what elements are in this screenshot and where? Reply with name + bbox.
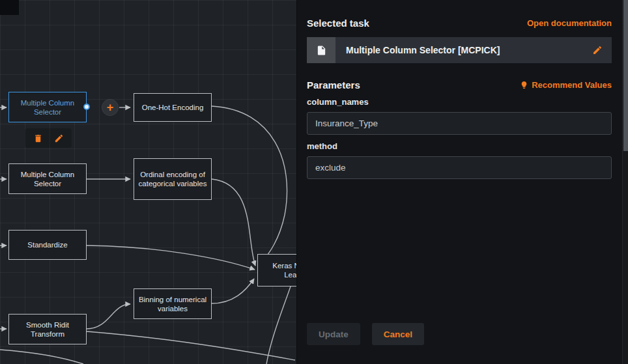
node-one-hot-encoding[interactable]: One-Hot Encoding xyxy=(134,93,212,122)
output-port-handle[interactable] xyxy=(83,104,90,110)
method-input[interactable] xyxy=(307,156,612,179)
node-label: Smooth Ridit Transform xyxy=(13,320,82,339)
node-binning[interactable]: Binning of numerical variables xyxy=(134,288,212,319)
node-label: Multiple Column Selector xyxy=(13,170,82,188)
workflow-canvas[interactable]: Multiple Column Selector + One-Hot Encod… xyxy=(0,0,296,364)
add-node-button[interactable]: + xyxy=(102,99,119,116)
node-ordinal-encoding[interactable]: Ordinal encoding of categorical variable… xyxy=(134,158,212,200)
pencil-icon xyxy=(54,133,64,143)
node-multiple-column-selector-1[interactable]: Multiple Column Selector xyxy=(8,92,87,122)
canvas-corner-box xyxy=(0,0,19,15)
app-window: Multiple Column Selector + One-Hot Encod… xyxy=(0,0,628,364)
lightbulb-icon xyxy=(520,81,528,89)
update-button[interactable]: Update xyxy=(307,323,360,345)
pencil-icon xyxy=(592,45,603,55)
task-icon-box xyxy=(307,37,335,63)
edit-task-button[interactable] xyxy=(592,45,603,55)
delete-node-button[interactable] xyxy=(31,131,45,145)
scrollbar-thumb[interactable] xyxy=(623,0,628,151)
recommend-values-label: Recommend Values xyxy=(532,80,612,90)
parameters-heading: Parameters xyxy=(307,79,360,91)
field-label-method: method xyxy=(307,141,612,151)
field-label-column-names: column_names xyxy=(307,97,612,107)
node-label: Binning of numerical variables xyxy=(138,295,207,313)
selected-task-card: Multiple Column Selector [MCPICK] xyxy=(307,37,612,63)
node-label: Ordinal encoding of categorical variable… xyxy=(138,170,207,188)
node-label: One-Hot Encoding xyxy=(142,103,204,112)
node-label: Multiple Column Selector xyxy=(13,98,82,117)
file-icon xyxy=(316,45,327,56)
node-smooth-ridit-transform[interactable]: Smooth Ridit Transform xyxy=(8,314,87,344)
task-name: Multiple Column Selector [MCPICK] xyxy=(346,45,592,55)
node-action-toolbar xyxy=(25,128,72,148)
cancel-button[interactable]: Cancel xyxy=(372,323,424,345)
node-keras-network-learner[interactable]: Keras Network Learner xyxy=(257,254,296,287)
selected-task-heading: Selected task xyxy=(307,18,369,29)
open-documentation-link[interactable]: Open documentation xyxy=(527,18,612,28)
panel-scrollbar[interactable] xyxy=(622,0,628,364)
node-multiple-column-selector-2[interactable]: Multiple Column Selector xyxy=(8,163,87,194)
column-names-input[interactable] xyxy=(307,112,612,135)
task-properties-panel: Selected task Open documentation Multipl… xyxy=(296,0,628,364)
trash-icon xyxy=(33,133,43,143)
recommend-values-link[interactable]: Recommend Values xyxy=(520,80,612,90)
edit-node-button[interactable] xyxy=(51,131,66,145)
node-label: Standardize xyxy=(27,240,67,249)
node-standardize[interactable]: Standardize xyxy=(8,230,87,260)
node-label: Keras Network Learner xyxy=(262,261,296,279)
